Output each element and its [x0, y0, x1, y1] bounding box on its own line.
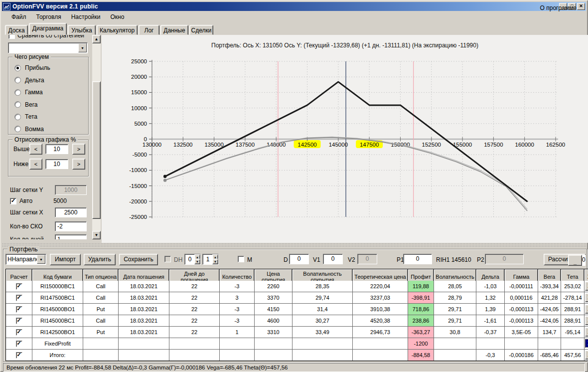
below-increment-button[interactable]: > — [72, 159, 85, 170]
row-delete-button[interactable]: X — [585, 282, 588, 291]
svg-text:-25000: -25000 — [129, 214, 147, 220]
svg-text:162500: 162500 — [546, 142, 565, 148]
table-cell: 288,91 — [561, 304, 584, 315]
row-calc-checkbox[interactable] — [16, 283, 22, 290]
d-field[interactable]: 0 — [289, 254, 309, 264]
svg-text:5000: 5000 — [134, 121, 147, 127]
table-cell: -393,34 — [538, 281, 561, 292]
menu-item-1[interactable]: Торговля — [32, 12, 66, 22]
table-cell: RI150000BC1 — [32, 281, 83, 292]
row-delete-button[interactable]: X — [585, 351, 588, 360]
row-calc-checkbox[interactable] — [16, 306, 22, 313]
days-count-field[interactable]: 1 — [55, 234, 87, 239]
strategy-combobox[interactable]: ▼ — [8, 42, 88, 53]
row-calc-checkbox[interactable] — [16, 318, 22, 324]
table-cell: 238,86 — [408, 315, 434, 326]
radio-дельта[interactable] — [14, 77, 21, 83]
chevron-down-icon[interactable]: ▼ — [78, 43, 87, 52]
menu-item-3[interactable]: Окно — [106, 12, 129, 22]
scrollbar-thumb[interactable] — [92, 81, 101, 219]
auto-checkbox[interactable] — [10, 198, 16, 204]
direction-combobox[interactable]: ННаправле ▼ — [5, 254, 46, 265]
table-cell: -0,000113 — [505, 304, 538, 315]
save-button[interactable]: Сохранить — [119, 254, 158, 265]
radio-вомма[interactable] — [14, 126, 21, 132]
above-value-field[interactable]: 10 — [45, 144, 68, 154]
row-calc-checkbox[interactable] — [16, 295, 22, 301]
app-icon — [3, 3, 10, 10]
table-cell: 22 — [169, 281, 219, 292]
below-decrement-button[interactable]: < — [29, 159, 42, 170]
dh-spinner-2[interactable]: 1 ▲ ▼ — [202, 254, 219, 265]
delete-button[interactable]: Удалить — [84, 254, 116, 265]
row-calc-checkbox[interactable] — [16, 329, 22, 336]
above-increment-button[interactable]: > — [72, 144, 85, 155]
m-checkbox[interactable] — [238, 256, 244, 262]
row-delete-button[interactable]: X — [585, 293, 588, 302]
above-decrement-button[interactable]: < — [29, 144, 42, 155]
below-value-field[interactable]: 10 — [45, 159, 68, 169]
row-calc-checkbox[interactable] — [16, 341, 22, 347]
radio-тета[interactable] — [14, 114, 21, 120]
svg-text:142500: 142500 — [297, 142, 316, 148]
mini-window-minimize-button[interactable]: _ — [568, 255, 582, 266]
svg-text:-5000: -5000 — [133, 152, 147, 158]
spinner-down-icon[interactable]: ▼ — [194, 259, 200, 264]
p2-label: P2 — [477, 256, 484, 263]
spinner-down-icon[interactable]: ▼ — [212, 259, 218, 264]
horizontal-splitter[interactable] — [2, 243, 586, 247]
row-calc-checkbox[interactable] — [16, 352, 22, 359]
portfolio-chart[interactable]: 2500020000150001000050000-5000-10000-150… — [102, 35, 588, 243]
grid-step-x-field[interactable]: 2500 — [55, 207, 87, 217]
v1-field[interactable]: 0 — [323, 254, 343, 264]
sko-count-field[interactable]: -2 — [55, 221, 87, 231]
draw-group-title: Чего рисуем — [12, 53, 51, 60]
table-cell: 3910,38 — [353, 304, 408, 315]
table-cell — [83, 350, 118, 361]
table-cell: 2946,73 — [353, 327, 408, 338]
table-cell: 3,5E-05 — [505, 327, 538, 338]
title-bar: OptionFVV версия 2.1 public _ □ ✕ — [2, 2, 586, 11]
menu-item-about[interactable]: О программе — [536, 3, 581, 13]
sidebar-scrollbar[interactable]: ▲ ▼ — [92, 35, 101, 239]
scroll-up-icon[interactable]: ▲ — [92, 35, 101, 43]
menu-item-0[interactable]: Файл — [7, 12, 31, 22]
import-button[interactable]: Импорт — [50, 254, 81, 265]
v2-label: V2 — [348, 256, 355, 263]
row-delete-button[interactable]: X — [585, 339, 588, 348]
table-cell: -685,46 — [538, 350, 561, 361]
row-delete-button[interactable]: X — [585, 305, 588, 314]
row-delete-button[interactable]: X — [585, 328, 588, 337]
dh-label: DH — [174, 256, 182, 263]
compare-strategy-checkbox[interactable] — [8, 35, 15, 39]
table-cell: -0,000111 — [505, 281, 538, 292]
radio-вега[interactable] — [14, 101, 21, 108]
table-cell — [353, 350, 408, 361]
tab-сделки[interactable]: Сделки — [189, 25, 213, 35]
scroll-down-icon[interactable]: ▼ — [92, 231, 101, 239]
radio-гамма[interactable] — [14, 89, 21, 96]
dh-spinner-1[interactable]: 0 ▲ ▼ — [184, 254, 201, 265]
grid-step-x-label: Шаг сетки X — [10, 209, 43, 216]
table-cell: Call — [83, 292, 118, 303]
table-cell — [434, 350, 476, 361]
app-window: OptionFVV версия 2.1 public _ □ ✕ ФайлТо… — [0, 0, 588, 372]
tab-лог[interactable]: Лог — [139, 25, 159, 35]
dh-checkbox[interactable] — [164, 256, 171, 262]
table-cell: 457,56 — [561, 350, 584, 361]
tab-данные[interactable]: Данные — [160, 25, 188, 35]
menu-item-2[interactable]: Настройки — [67, 12, 105, 22]
radio-прибыль[interactable] — [14, 65, 21, 71]
tab-диаграмма[interactable]: Диаграмма — [29, 23, 67, 35]
tab-доска[interactable]: Доска — [5, 25, 28, 35]
tab-улыбка[interactable]: Улыбка — [68, 25, 96, 35]
svg-text:160000: 160000 — [515, 142, 534, 148]
table-cell: 718,86 — [408, 304, 434, 315]
row-delete-button[interactable]: X — [585, 316, 588, 325]
p1-field[interactable]: 0 — [403, 254, 432, 264]
tab-калькулятор[interactable]: Калькулятор — [97, 25, 138, 35]
days-count-label: Кол-во дней — [10, 236, 44, 239]
chevron-down-icon[interactable]: ▼ — [37, 255, 45, 264]
table-cell: Итого: — [32, 350, 83, 361]
row-delete-cell: X — [585, 315, 588, 326]
